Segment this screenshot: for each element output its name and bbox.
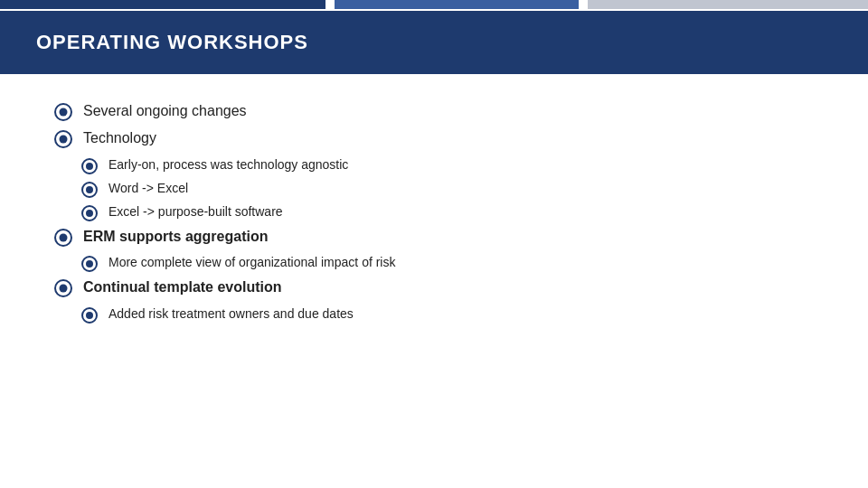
top-bar-segment-3	[588, 0, 868, 9]
bullet-icon	[81, 182, 98, 198]
list-item: Early-on, process was technology agnosti…	[54, 156, 814, 221]
bullet-icon	[81, 205, 98, 221]
bullet-text: Continual template evolution	[83, 277, 282, 297]
bullet-text: Several ongoing changes	[83, 101, 247, 121]
bullet-text: Technology	[83, 128, 156, 148]
list-item: Excel -> purpose-built software	[54, 203, 814, 221]
sub-list: Added risk treatment owners and due date…	[54, 305, 814, 324]
bullet-icon	[54, 103, 72, 121]
list-item: Added risk treatment owners and due date…	[54, 305, 814, 324]
bullet-text: ERM supports aggregation	[83, 227, 268, 247]
bullet-icon	[81, 256, 98, 272]
bullet-icon	[54, 130, 72, 148]
bullet-icon	[81, 307, 98, 324]
bullet-text: Word -> Excel	[108, 180, 188, 198]
list-item: ERM supports aggregation	[54, 227, 814, 247]
sub-list: Early-on, process was technology agnosti…	[54, 156, 814, 221]
list-item: More complete view of organizational imp…	[54, 254, 814, 272]
bullet-icon	[81, 158, 98, 174]
top-bar-segment-2	[335, 0, 579, 9]
bullet-icon	[54, 229, 72, 247]
sub-list: More complete view of organizational imp…	[54, 254, 814, 272]
bullet-text: Early-on, process was technology agnosti…	[108, 156, 348, 174]
list-item: Technology	[54, 128, 814, 148]
content-area: Several ongoing changes Technology Early…	[0, 74, 868, 347]
list-item: Early-on, process was technology agnosti…	[54, 156, 814, 174]
list-item: More complete view of organizational imp…	[54, 254, 814, 272]
slide: OPERATING WORKSHOPS Several ongoing chan…	[0, 0, 868, 488]
top-bar	[0, 0, 868, 9]
bullet-text: Excel -> purpose-built software	[108, 203, 283, 221]
slide-title: OPERATING WORKSHOPS	[36, 31, 832, 54]
list-item: Continual template evolution	[54, 277, 814, 297]
title-bar: OPERATING WORKSHOPS	[0, 11, 868, 74]
top-bar-gap-1	[326, 0, 335, 9]
list-item: Several ongoing changes	[54, 101, 814, 121]
main-list: Several ongoing changes Technology Early…	[54, 101, 814, 324]
bullet-icon	[54, 279, 72, 297]
list-item: Word -> Excel	[54, 180, 814, 198]
bullet-text: Added risk treatment owners and due date…	[108, 305, 354, 324]
top-bar-segment-1	[0, 0, 326, 9]
list-item: Added risk treatment owners and due date…	[54, 305, 814, 324]
bullet-text: More complete view of organizational imp…	[108, 254, 395, 272]
top-bar-gap-2	[579, 0, 588, 9]
